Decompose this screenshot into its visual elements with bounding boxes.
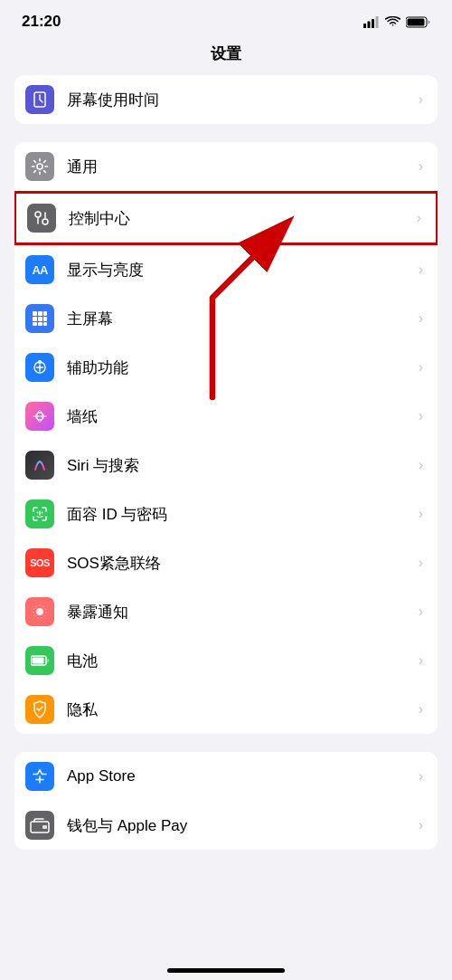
svg-rect-3: [376, 16, 379, 28]
appstore-label: App Store: [67, 767, 413, 785]
svg-rect-19: [38, 322, 42, 326]
settings-item-screentime[interactable]: 屏幕使用时间 ›: [14, 75, 438, 124]
faceid-label: 面容 ID 与密码: [67, 504, 413, 525]
settings-item-siri[interactable]: Siri 与搜索 ›: [14, 441, 438, 490]
home-indicator: [167, 968, 285, 973]
svg-rect-13: [38, 311, 42, 316]
svg-point-9: [42, 219, 48, 224]
signal-icon: [363, 16, 380, 28]
wallpaper-icon: [25, 402, 54, 431]
wifi-icon: [385, 16, 400, 28]
svg-rect-20: [43, 322, 47, 326]
settings-item-exposure[interactable]: 暴露通知 ›: [14, 587, 438, 636]
svg-point-27: [37, 512, 39, 514]
wallpaper-label: 墙纸: [67, 406, 413, 427]
accessibility-icon: [25, 353, 54, 382]
wallpaper-chevron: ›: [419, 408, 423, 424]
general-label: 通用: [67, 157, 413, 177]
highlight-box: 控制中心 ›: [14, 191, 438, 245]
settings-item-faceid[interactable]: 面容 ID 与密码 ›: [14, 490, 438, 538]
settings-item-battery[interactable]: 电池 ›: [14, 636, 438, 685]
svg-rect-34: [33, 658, 44, 664]
screentime-icon: [25, 85, 54, 114]
settings-item-general[interactable]: 通用 ›: [14, 142, 438, 191]
svg-rect-14: [43, 311, 47, 316]
group-apps: App Store › 钱包与 Apple Pay ›: [14, 752, 438, 850]
wallet-chevron: ›: [419, 817, 423, 833]
display-icon: AA: [25, 255, 54, 284]
screentime-label: 屏幕使用时间: [67, 90, 413, 110]
settings-item-homescreen[interactable]: 主屏幕 ›: [14, 294, 438, 343]
general-icon: [25, 152, 54, 181]
status-bar: 21:20: [0, 0, 452, 36]
sos-label: SOS紧急联络: [67, 553, 413, 574]
siri-icon: [25, 451, 54, 480]
settings-item-display[interactable]: AA 显示与亮度 ›: [14, 245, 438, 294]
svg-rect-36: [42, 825, 47, 829]
sos-chevron: ›: [419, 555, 423, 571]
exposure-label: 暴露通知: [67, 602, 413, 623]
homescreen-chevron: ›: [419, 310, 423, 327]
control-center-icon: [27, 204, 56, 233]
status-icons: [363, 16, 430, 28]
settings-item-appstore[interactable]: App Store ›: [14, 752, 438, 801]
general-chevron: ›: [419, 158, 423, 175]
svg-rect-5: [408, 18, 425, 25]
svg-point-30: [36, 608, 43, 615]
faceid-icon: [25, 500, 54, 528]
group-general: 通用 › 控制中心 › AA 显示与亮度 ›: [14, 142, 438, 734]
siri-chevron: ›: [419, 457, 423, 473]
control-center-label: 控制中心: [69, 208, 411, 229]
settings-item-privacy[interactable]: 隐私 ›: [14, 685, 438, 734]
settings-item-accessibility[interactable]: 辅助功能 ›: [14, 343, 438, 392]
svg-point-8: [35, 212, 41, 217]
accessibility-chevron: ›: [419, 359, 423, 376]
wallet-label: 钱包与 Apple Pay: [67, 815, 413, 836]
settings-item-sos[interactable]: SOS SOS紧急联络 ›: [14, 538, 438, 587]
svg-rect-1: [368, 21, 371, 28]
wallet-icon: [25, 811, 54, 840]
status-time: 21:20: [22, 13, 61, 31]
svg-rect-12: [33, 311, 37, 316]
svg-rect-18: [33, 322, 37, 326]
exposure-icon: [25, 597, 54, 626]
svg-rect-2: [372, 19, 374, 28]
privacy-icon: [25, 695, 54, 724]
svg-rect-17: [43, 317, 47, 321]
privacy-chevron: ›: [419, 701, 423, 718]
display-chevron: ›: [419, 262, 423, 278]
appstore-chevron: ›: [419, 768, 423, 785]
svg-rect-15: [33, 317, 37, 321]
svg-point-7: [37, 164, 42, 169]
screentime-chevron: ›: [419, 91, 423, 108]
homescreen-label: 主屏幕: [67, 309, 413, 329]
faceid-chevron: ›: [419, 506, 423, 522]
settings-item-control-center[interactable]: 控制中心 ›: [16, 194, 436, 243]
svg-rect-16: [38, 317, 42, 321]
page-title: 设置: [0, 36, 452, 75]
exposure-chevron: ›: [419, 604, 423, 620]
accessibility-label: 辅助功能: [67, 357, 413, 378]
battery-chevron: ›: [419, 652, 423, 669]
display-label: 显示与亮度: [67, 260, 413, 281]
homescreen-icon: [25, 304, 54, 333]
svg-rect-0: [363, 24, 366, 28]
appstore-icon: [25, 762, 54, 791]
siri-label: Siri 与搜索: [67, 455, 413, 476]
group-screentime: 屏幕使用时间 ›: [14, 75, 438, 124]
battery-label: 电池: [67, 651, 413, 671]
battery-icon-item: [25, 646, 54, 675]
privacy-label: 隐私: [67, 699, 413, 720]
settings-item-wallet[interactable]: 钱包与 Apple Pay ›: [14, 801, 438, 850]
control-center-chevron: ›: [417, 210, 421, 226]
battery-icon: [406, 16, 430, 28]
svg-point-28: [42, 512, 43, 514]
sos-icon: SOS: [25, 548, 54, 577]
sos-badge: SOS: [25, 548, 54, 577]
settings-item-wallpaper[interactable]: 墙纸 ›: [14, 392, 438, 441]
